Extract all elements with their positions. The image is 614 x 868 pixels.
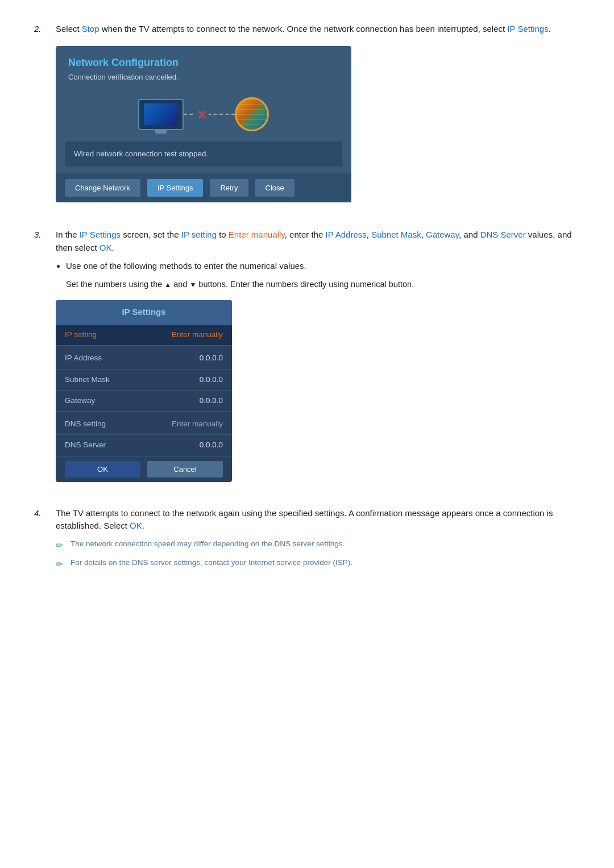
retry-button[interactable]: Retry — [210, 179, 248, 197]
ok-button[interactable]: OK — [65, 461, 140, 477]
step-num-3: 3. — [34, 229, 50, 491]
ip-settings-buttons: OK Cancel — [56, 456, 232, 482]
step-3-content: In the IP Settings screen, set the IP se… — [56, 229, 580, 491]
globe-lines — [237, 99, 267, 130]
sub-text: Set the numbers using the ▲ and ▼ button… — [66, 279, 580, 291]
tv-icon — [138, 99, 184, 130]
gateway-row[interactable]: Gateway 0.0.0.0 — [56, 391, 232, 412]
net-config-subtitle: Connection verification cancelled. — [68, 72, 339, 83]
subnet-mask-row[interactable]: Subnet Mask 0.0.0.0 — [56, 369, 232, 391]
dns-server-label: DNS Server — [65, 439, 106, 451]
ok-link: OK — [99, 243, 112, 252]
ip-settings-link-2: IP Settings — [80, 230, 121, 239]
net-config-title: Network Configuration — [68, 55, 339, 70]
ip-setting-link: IP setting — [181, 230, 217, 239]
dns-setting-row[interactable]: DNS setting Enter manually — [56, 414, 232, 435]
dns-server-row[interactable]: DNS Server 0.0.0.0 — [56, 435, 232, 456]
tv-screen — [144, 103, 178, 125]
net-config-message: Wired network connection test stopped. — [65, 142, 342, 167]
ip-address-value: 0.0.0.0 — [200, 352, 223, 364]
enter-manually-link: Enter manually — [229, 230, 285, 239]
note-list: ✏ The network connection speed may diffe… — [56, 538, 580, 571]
net-config-header: Network Configuration Connection verific… — [56, 46, 351, 88]
gateway-label: Gateway — [65, 395, 95, 406]
subnet-mask-value: 0.0.0.0 — [200, 374, 223, 385]
note-icon-1: ✏ — [56, 539, 66, 553]
step-4: 4. The TV attempts to connect to the net… — [34, 507, 580, 576]
x-mark-icon: ✕ — [195, 106, 209, 124]
note-icon-2: ✏ — [56, 558, 66, 571]
ip-setting-value: Enter manually — [172, 329, 223, 340]
net-config-visual: ✕ — [56, 87, 351, 142]
step-4-text: The TV attempts to connect to the networ… — [56, 507, 580, 533]
down-arrow: ▼ — [189, 281, 196, 289]
up-arrow: ▲ — [164, 281, 171, 289]
note-item-1: ✏ The network connection speed may diffe… — [56, 538, 580, 553]
step-3: 3. In the IP Settings screen, set the IP… — [34, 229, 580, 491]
ip-settings-button[interactable]: IP Settings — [147, 179, 204, 197]
step-2: 2. Select Stop when the TV attempts to c… — [34, 23, 580, 213]
connection-line: ✕ — [184, 114, 235, 115]
net-config-buttons: Change Network IP Settings Retry Close — [56, 173, 351, 202]
tv-stand — [155, 129, 167, 134]
gateway-value: 0.0.0.0 — [200, 395, 223, 406]
ip-address-row[interactable]: IP Address 0.0.0.0 — [56, 348, 232, 369]
bullet-list: Use one of the following methods to ente… — [66, 260, 580, 273]
step-2-content: Select Stop when the TV attempts to conn… — [56, 23, 580, 213]
ip-settings-link-1: IP Settings — [507, 24, 548, 34]
note-text-1: The network connection speed may differ … — [70, 538, 345, 550]
ip-setting-row[interactable]: IP setting Enter manually — [56, 325, 232, 346]
ip-settings-title: IP Settings — [56, 300, 232, 325]
network-config-dialog: Network Configuration Connection verific… — [56, 46, 351, 203]
cancel-button[interactable]: Cancel — [147, 461, 223, 477]
subnet-mask-label: Subnet Mask — [65, 374, 110, 385]
dns-server-link: DNS Server — [480, 230, 526, 239]
step-2-text: Select Stop when the TV attempts to conn… — [56, 23, 580, 36]
ip-settings-dialog: IP Settings IP setting Enter manually IP… — [56, 300, 232, 482]
step-3-text: In the IP Settings screen, set the IP se… — [56, 229, 580, 254]
ip-address-link: IP Address — [326, 230, 367, 239]
globe-icon — [235, 97, 269, 131]
ip-address-label: IP Address — [65, 352, 102, 364]
note-item-2: ✏ For details on the DNS server settings… — [56, 557, 580, 571]
dns-setting-label: DNS setting — [65, 418, 106, 430]
change-network-button[interactable]: Change Network — [65, 179, 140, 197]
step-num-2: 2. — [34, 23, 50, 213]
dns-setting-value: Enter manually — [172, 418, 223, 430]
address-group: IP Address 0.0.0.0 Subnet Mask 0.0.0.0 G… — [56, 346, 232, 414]
gateway-link: Gateway — [426, 230, 459, 239]
close-button[interactable]: Close — [255, 179, 294, 197]
bullet-item: Use one of the following methods to ente… — [66, 260, 580, 273]
ok-link-2: OK — [130, 521, 142, 530]
ip-setting-label: IP setting — [65, 329, 97, 340]
dns-server-value: 0.0.0.0 — [200, 439, 223, 451]
subnet-mask-link: Subnet Mask — [371, 230, 421, 239]
step-num-4: 4. — [34, 507, 50, 576]
dashed-line: ✕ — [184, 114, 235, 115]
stop-link: Stop — [82, 24, 99, 34]
note-text-2: For details on the DNS server settings, … — [70, 557, 352, 568]
step-4-content: The TV attempts to connect to the networ… — [56, 507, 580, 576]
